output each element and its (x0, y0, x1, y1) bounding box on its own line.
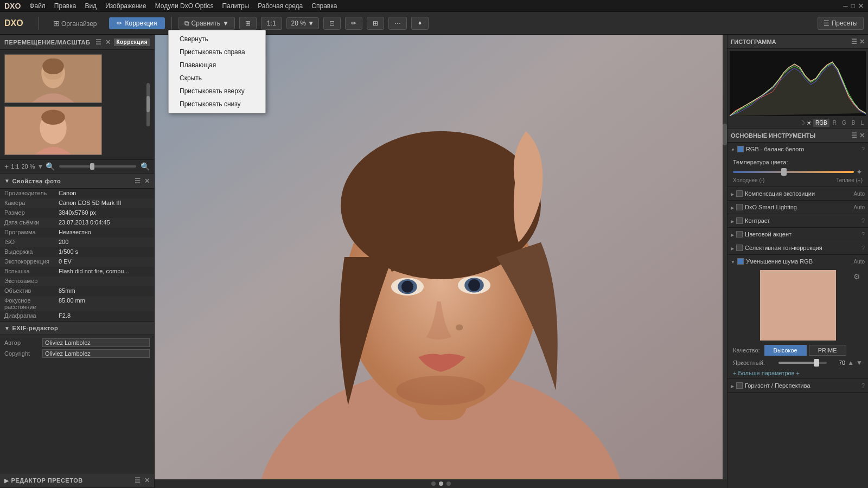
tool-item-contrast[interactable]: Контраст ? (727, 214, 868, 227)
exposure-expand-icon (731, 190, 734, 197)
tools-header: ОСНОВНЫЕ ИНСТРУМЕНТЫ ☰ ✕ (727, 129, 868, 143)
brightness-up-icon[interactable]: ▲ (847, 359, 854, 367)
wb-temperature-slider[interactable] (733, 171, 854, 173)
window-minimize[interactable]: ─ (843, 2, 848, 10)
exif-author-input[interactable] (42, 338, 150, 347)
selective-tone-question-icon[interactable]: ? (861, 245, 865, 251)
selective-tone-checkbox[interactable] (736, 245, 743, 251)
compare-dropdown-icon[interactable]: ▼ (222, 20, 229, 27)
tool-item-smart-lighting[interactable]: DxO Smart Lighting Auto (727, 201, 868, 214)
exif-author-row: Автор (4, 337, 150, 348)
tool-item-exposure[interactable]: Компенсация экспозиции Auto (727, 187, 868, 200)
horizon-question-icon[interactable]: ? (861, 382, 865, 389)
ctx-floating[interactable]: Плавающая (169, 59, 265, 72)
tools-close-icon[interactable]: ✕ (859, 132, 865, 139)
tool-item-selective-tone[interactable]: Селективная тон-коррекция ? (727, 241, 868, 254)
thumb-add-btn[interactable]: + (4, 162, 9, 171)
thumbnail-menu-icon[interactable]: ☰ (95, 38, 102, 46)
preset-close-icon[interactable]: ✕ (144, 477, 150, 484)
menu-view[interactable]: Вид (85, 2, 97, 10)
ctx-dock-right[interactable]: Пристыковать справа (169, 46, 265, 59)
noise-swatch-wrapper: ⚙ (727, 268, 868, 343)
tool-item-horizon[interactable]: Горизонт / Перспектива ? (727, 379, 868, 392)
hist-tab-g[interactable]: G (840, 119, 848, 127)
hist-tab-rgb[interactable]: RGB (813, 119, 829, 127)
ctx-dock-top[interactable]: Пристыковать вверху (169, 85, 265, 98)
hist-tab-b[interactable]: B (850, 119, 858, 127)
color-accent-question-icon[interactable]: ? (861, 231, 865, 237)
window-maximize[interactable]: □ (851, 2, 855, 10)
wb-question-icon[interactable]: ? (861, 146, 865, 152)
thumbnail-panel: ПЕРЕМЕЩЕНИЕ/МАСШТАБ ☰ ✕ Коррекция (0, 35, 154, 174)
presets-btn[interactable]: ☰ Пресеты (818, 17, 864, 30)
noise-checkbox[interactable] (737, 258, 744, 265)
zoom-dropdown-icon[interactable]: ▼ (308, 20, 314, 27)
smart-lighting-checkbox[interactable] (736, 204, 743, 210)
brightness-slider-handle (814, 359, 819, 367)
tab-correction[interactable]: ✏ Коррекция (109, 17, 165, 29)
zoom-slider[interactable] (59, 165, 136, 168)
correction-badge[interactable]: Коррекция (114, 38, 150, 46)
exif-copyright-input[interactable] (42, 349, 150, 358)
quality-high-btn[interactable]: Высокое (764, 345, 807, 356)
repair-btn[interactable]: ⊞ (367, 17, 384, 30)
menu-file[interactable]: Файл (29, 2, 46, 10)
menu-palettes[interactable]: Палитры (222, 2, 249, 10)
center-scroll-hint[interactable] (723, 35, 727, 479)
zoom-percent-display[interactable]: 20 % ▼ (286, 17, 320, 29)
grid-btn[interactable]: ⊞ (239, 17, 257, 30)
histogram-moon-icon[interactable]: ☽ (799, 119, 805, 127)
select-btn[interactable]: ⋯ (388, 17, 407, 30)
tool-item-wb[interactable]: RGB - баланс белого ? (727, 143, 868, 156)
contrast-checkbox[interactable] (736, 217, 743, 224)
window-close[interactable]: ✕ (858, 2, 864, 10)
thumbnail-close-icon[interactable]: ✕ (105, 38, 111, 46)
more-params-btn[interactable]: + Больше параметров + (727, 368, 868, 378)
tools-menu-icon[interactable]: ☰ (851, 132, 857, 139)
crop-btn[interactable]: ⊡ (323, 17, 341, 30)
exif-row-flash: Вспышка Flash did not fire, compu... (0, 267, 154, 277)
exif-close-icon[interactable]: ✕ (144, 177, 150, 185)
ctx-collapse[interactable]: Свернуть (169, 33, 265, 46)
contrast-question-icon[interactable]: ? (861, 217, 865, 224)
compare-btn[interactable]: ⧉ Сравнить ▼ (178, 17, 235, 30)
thumbnail-panel-header: ПЕРЕМЕЩЕНИЕ/МАСШТАБ ☰ ✕ Коррекция (0, 35, 154, 50)
thumbnail-2[interactable] (4, 106, 102, 155)
horizon-checkbox[interactable] (736, 382, 743, 389)
hist-tab-l[interactable]: L (858, 119, 866, 127)
thumb-search-btn[interactable]: 🔍 (141, 162, 150, 171)
wb-checkbox[interactable] (737, 146, 744, 152)
ctx-hide[interactable]: Скрыть (169, 72, 265, 85)
tool-item-noise[interactable]: Уменьшение шума RGB Auto (727, 255, 868, 268)
thumb-zoom-percent[interactable]: 20 % (21, 163, 35, 170)
exposure-checkbox[interactable] (736, 190, 743, 197)
thumbnail-1[interactable] (4, 54, 102, 103)
wb-eyedropper-icon[interactable]: ✦ (856, 168, 863, 176)
quality-prime-btn[interactable]: PRIME (809, 345, 846, 356)
brightness-down-icon[interactable]: ▼ (856, 359, 863, 367)
menu-workspace[interactable]: Рабочая среда (258, 2, 303, 10)
noise-settings-icon[interactable]: ⚙ (853, 272, 860, 281)
histogram-menu-icon[interactable]: ☰ (851, 38, 857, 46)
ctx-dock-bottom[interactable]: Пристыковать снизу (169, 98, 265, 111)
menu-edit[interactable]: Правка (54, 2, 76, 10)
color-accent-checkbox[interactable] (736, 231, 743, 237)
exif-menu-icon[interactable]: ☰ (135, 177, 141, 185)
menu-modules[interactable]: Модули DxO Optics (155, 2, 214, 10)
tool-item-color-accent[interactable]: Цветовой акцент ? (727, 228, 868, 241)
thumb-zoom-dropdown[interactable]: ▼ (37, 163, 44, 170)
scroll-handle[interactable] (146, 83, 150, 126)
wb-hints: Холоднее (-) Теплее (+) (733, 177, 863, 183)
tab-organizer[interactable]: ⊞ Органайзер (46, 17, 105, 30)
hist-tab-r[interactable]: R (831, 119, 839, 127)
menu-image[interactable]: Изображение (105, 2, 146, 10)
histogram-sun-icon[interactable]: ☀ (806, 119, 812, 127)
preset-menu-icon[interactable]: ☰ (135, 477, 141, 484)
brightness-slider[interactable] (778, 362, 827, 364)
zoom-1-1-btn[interactable]: 1:1 (261, 17, 282, 30)
brush-btn[interactable]: ✏ (345, 17, 362, 30)
menu-help[interactable]: Справка (311, 2, 337, 10)
histogram-close-icon[interactable]: ✕ (859, 38, 865, 46)
eyedropper-btn[interactable]: ✦ (411, 17, 429, 30)
thumb-magnifier-btn[interactable]: 🔍 (46, 162, 55, 171)
